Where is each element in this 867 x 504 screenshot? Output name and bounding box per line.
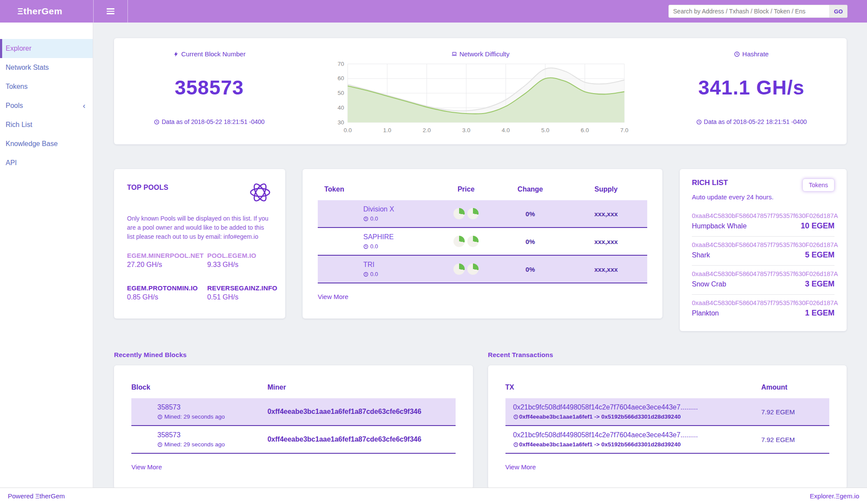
block-row[interactable]: 358573 Mined: 29 seconds ago 0xff4eeabe3…	[131, 398, 456, 426]
token-name: SAPHIRE	[363, 233, 437, 241]
tx-row[interactable]: 0x21bc9fc508df4498058f14c2e7f7604aece3ec…	[505, 398, 830, 426]
sidebar-item[interactable]: Rich List	[0, 115, 93, 134]
difficulty-title: Network Difficulty	[307, 50, 653, 58]
svg-text:30: 30	[338, 119, 344, 126]
svg-text:5.0: 5.0	[541, 127, 550, 133]
tokens-button[interactable]: Tokens	[802, 179, 834, 192]
rich-list-entry: 0xaaB4C5830bF586047857f795357f630F026d18…	[692, 208, 834, 237]
price-pie-icon	[453, 263, 465, 275]
token-change: 0%	[495, 228, 565, 255]
top-pools-card: TOP POOLS Only known Pools will be displ…	[114, 169, 285, 319]
tx-route: 0xff4eeabe3bc1aae1a6fef1 -> 0x5192b566d3…	[519, 413, 681, 420]
lightning-icon	[173, 51, 179, 57]
block-mined-time: Mined: 29 seconds ago	[164, 441, 225, 448]
rich-list-title: RICH LIST	[692, 179, 728, 187]
recent-blocks-title: Recently Mined Blocks	[114, 351, 473, 358]
current-block-panel: Current Block Number 358573 Data as of 2…	[114, 46, 304, 140]
clock-icon	[696, 119, 702, 125]
clock-icon	[513, 442, 518, 447]
token-change: 0%	[495, 200, 565, 228]
tx-amount: 7.92 EGEM	[761, 426, 829, 453]
footer-site-link[interactable]: Explorer.Ξgem.io	[810, 492, 859, 500]
recent-txs-section: Recent Transactions TX Amount 0x21bc9fc5…	[488, 351, 847, 489]
price-pie-icon	[453, 236, 465, 247]
sidebar-item-label: Explorer	[6, 45, 32, 52]
token-rows: Division X 0.0 0% xxx,xxx SAPHIRE 0.0 0%…	[318, 200, 647, 283]
svg-text:50: 50	[338, 90, 344, 96]
sidebar-item[interactable]: Pools ‹	[0, 96, 93, 115]
sidebar-item[interactable]: Tokens	[0, 77, 93, 96]
svg-text:40: 40	[338, 104, 344, 111]
blocks-view-more-link[interactable]: View More	[131, 463, 162, 471]
recent-blocks-section: Recently Mined Blocks Block Miner 358573	[114, 351, 473, 489]
svg-text:60: 60	[338, 75, 344, 81]
address-link[interactable]: 0xaaB4C5830bF586047857f795357f630F026d18…	[692, 212, 834, 219]
token-row[interactable]: Division X 0.0 0% xxx,xxx	[318, 200, 647, 228]
hashrate-title: Hashrate	[734, 50, 769, 58]
address-link[interactable]: 0xaaB4C5830bF586047857f795357f630F026d18…	[692, 299, 834, 306]
address-link[interactable]: 0xaaB4C5830bF586047857f795357f630F026d18…	[692, 241, 834, 248]
holder-amount: 3 EGEM	[805, 280, 834, 289]
footer: Powered ΞtherGem Explorer.Ξgem.io	[0, 488, 867, 504]
difficulty-area-chart: 30405060700.01.02.03.04.05.06.07.0	[307, 59, 653, 139]
pool-link[interactable]: EGEM.PROTONMIN.IO	[127, 284, 204, 292]
chevron-left-icon: ‹	[83, 104, 85, 108]
txs-view-more-link[interactable]: View More	[505, 463, 536, 471]
token-row[interactable]: TRI 0.0 0% xxx,xxx	[318, 255, 647, 283]
block-rows: 358573 Mined: 29 seconds ago 0xff4eeabe3…	[131, 398, 456, 453]
clock-icon	[363, 216, 368, 221]
hashrate-data-timestamp: Data as of 2018-05-22 18:21:51 -0400	[696, 118, 807, 125]
miner-col-header: Miner	[267, 380, 456, 398]
rich-list-card: RICH LIST Tokens Auto update every 24 ho…	[680, 169, 847, 331]
tx-hash: 0x21bc9fc508df4498058f14c2e7f7604aece3ec…	[513, 403, 762, 411]
sidebar-item[interactable]: Network Stats	[0, 58, 93, 77]
laptop-icon	[451, 51, 457, 57]
pool-link[interactable]: REVERSEGAINZ.INFO	[207, 284, 277, 292]
current-block-title: Current Block Number	[173, 50, 245, 58]
token-price: 0.0	[370, 243, 378, 250]
clock-icon	[154, 119, 160, 125]
search-input[interactable]	[668, 5, 830, 18]
pool-list: EGEM.MINERPOOL.NET 27.20 GH/s POOL.EGEM.…	[127, 252, 272, 301]
recent-blocks-card: Block Miner 358573 Mined: 29 seconds ago…	[114, 365, 473, 489]
price-pie-icon	[467, 263, 479, 275]
change-col-header: Change	[495, 181, 565, 200]
block-data-timestamp: Data as of 2018-05-22 18:21:51 -0400	[154, 118, 264, 125]
token-price: 0.0	[370, 215, 378, 222]
token-supply: xxx,xxx	[565, 228, 647, 255]
current-block-number: 358573	[175, 76, 244, 99]
tx-row[interactable]: 0x21bc9fc508df4498058f14c2e7f7604aece3ec…	[505, 426, 830, 453]
go-button[interactable]: GO	[830, 5, 847, 18]
sidebar-toggle-button[interactable]	[93, 0, 128, 23]
sidebar-item[interactable]: API	[0, 153, 93, 172]
holder-amount: 10 EGEM	[801, 221, 834, 231]
sidebar-item[interactable]: Knowledge Base	[0, 134, 93, 153]
token-price: 0.0	[370, 271, 378, 277]
block-row[interactable]: 358573 Mined: 29 seconds ago 0xff4eeabe3…	[131, 426, 456, 453]
token-col-header: Token	[318, 181, 437, 200]
miner-address: 0xff4eeabe3bc1aae1a6fef1a87cde63cfe6c9f3…	[267, 398, 456, 426]
footer-powered-by: Powered ΞtherGem	[8, 492, 65, 500]
token-supply: xxx,xxx	[565, 255, 647, 283]
pool-link[interactable]: EGEM.MINERPOOL.NET	[127, 252, 204, 259]
top-pools-description: Only known Pools will be displayed on th…	[127, 214, 272, 241]
sidebar-item-label: API	[6, 159, 17, 167]
hamburger-icon	[107, 7, 114, 16]
svg-text:1.0: 1.0	[383, 127, 391, 133]
recent-txs-card: TX Amount 0x21bc9fc508df4498058f14c2e7f7…	[488, 365, 847, 489]
sidebar-item[interactable]: Explorer	[0, 39, 93, 58]
tx-amount: 7.92 EGEM	[761, 398, 829, 426]
top-pools-title: TOP POOLS	[127, 180, 168, 192]
tx-col-header: TX	[505, 380, 762, 398]
atom-icon	[248, 180, 272, 206]
supply-col-header: Supply	[565, 181, 647, 200]
pool-hashrate: 27.20 GH/s	[127, 261, 204, 269]
amount-col-header: Amount	[761, 380, 829, 398]
pool-entry: POOL.EGEM.IO 9.33 GH/s	[207, 252, 277, 269]
pool-link[interactable]: POOL.EGEM.IO	[207, 252, 277, 259]
app-logo[interactable]: ΞtherGem	[0, 0, 93, 23]
tokens-view-more-link[interactable]: View More	[318, 293, 349, 300]
address-link[interactable]: 0xaaB4C5830bF586047857f795357f630F026d18…	[692, 270, 834, 277]
token-row[interactable]: SAPHIRE 0.0 0% xxx,xxx	[318, 228, 647, 255]
network-stats-card: Current Block Number 358573 Data as of 2…	[114, 38, 847, 144]
